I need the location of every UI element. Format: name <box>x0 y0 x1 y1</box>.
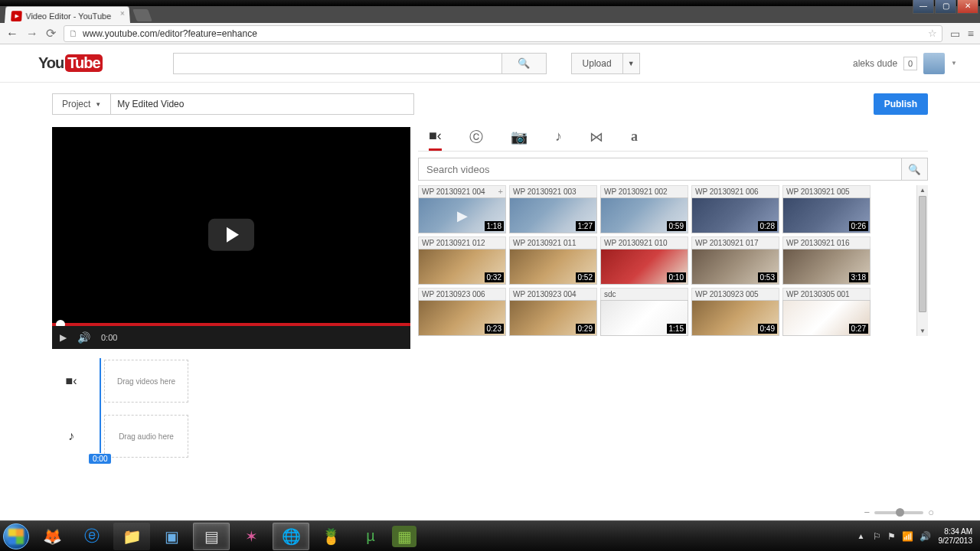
forward-button[interactable]: → <box>26 27 38 41</box>
media-item[interactable]: WP 20130921 0100:10 <box>600 236 688 285</box>
preview-controls: ▶ 🔊 0:00 <box>52 326 410 349</box>
reload-button[interactable]: ⟳ <box>46 26 56 41</box>
chrome-menu-icon[interactable]: ≡ <box>968 28 974 40</box>
start-button[interactable] <box>0 521 32 552</box>
taskbar-chrome[interactable]: 🌐 <box>273 523 309 550</box>
window-close-button[interactable]: ✕ <box>957 0 978 14</box>
media-duration: 0:23 <box>485 324 504 334</box>
thumbnail-play-icon[interactable]: ▶ <box>457 207 468 224</box>
system-tray: ▲ ⚐ ⚑ 📶 🔊 8:34 AM 9/27/2013 <box>858 527 980 546</box>
tab-close-icon[interactable]: × <box>120 9 125 18</box>
media-item[interactable]: WP 20130921 0031:27 <box>509 185 597 233</box>
tray-network-icon[interactable]: 📶 <box>902 531 913 542</box>
media-duration: 1:18 <box>485 221 504 231</box>
video-preview[interactable]: ▶ 🔊 0:00 <box>52 127 410 349</box>
media-search-input[interactable] <box>418 158 902 181</box>
tab-audio[interactable]: ♪ <box>555 129 562 149</box>
media-item[interactable]: WP 20130921 004+▶1:18 <box>418 185 506 233</box>
media-item-title: WP 20130921 012 <box>418 236 506 249</box>
volume-button[interactable]: 🔊 <box>77 331 90 344</box>
scroll-up-icon[interactable]: ▲ <box>917 185 928 195</box>
tab-cc[interactable]: ⓒ <box>469 128 483 151</box>
timeline-audio-track[interactable]: ♪ Drag audio here <box>52 413 928 459</box>
media-search: 🔍 <box>418 158 928 181</box>
scroll-down-icon[interactable]: ▼ <box>917 326 928 336</box>
publish-button[interactable]: Publish <box>874 93 928 115</box>
taskbar-ie[interactable]: ⓔ <box>74 523 110 550</box>
media-scrollbar[interactable]: ▲ ▼ <box>916 185 928 336</box>
media-item[interactable]: WP 20130923 0040:29 <box>509 288 597 336</box>
tray-volume-icon[interactable]: 🔊 <box>920 531 931 542</box>
media-item-title: sdc <box>600 288 688 300</box>
media-item[interactable]: WP 20130921 0110:52 <box>509 236 597 285</box>
media-item[interactable]: WP 20130921 0060:28 <box>691 185 779 233</box>
media-item[interactable]: WP 20130921 0163:18 <box>782 236 871 285</box>
add-clip-icon[interactable]: + <box>498 187 503 196</box>
taskbar-app-active[interactable]: ▤ <box>193 523 230 550</box>
user-menu-caret[interactable]: ▼ <box>951 60 957 67</box>
taskbar-explorer[interactable]: 📁 <box>113 523 150 550</box>
zoom-thumb[interactable] <box>896 508 904 517</box>
user-name[interactable]: aleks dude <box>853 58 897 69</box>
tray-icon-1[interactable]: ⚐ <box>873 531 881 542</box>
timeline-playhead[interactable] <box>100 358 101 453</box>
music-note-icon: ♪ <box>555 129 562 144</box>
back-button[interactable]: ← <box>6 27 18 41</box>
browser-tab-strip: Video Editor - YouTube × <box>0 6 980 23</box>
upload-button[interactable]: Upload <box>571 53 623 74</box>
media-item[interactable]: WP 20130923 0050:49 <box>691 288 779 336</box>
tray-clock[interactable]: 8:34 AM 9/27/2013 <box>939 527 973 546</box>
taskbar-firefox[interactable]: 🦊 <box>34 523 70 550</box>
media-item[interactable]: WP 20130921 0020:59 <box>600 185 688 233</box>
zoom-out-icon[interactable]: − <box>864 507 871 518</box>
play-button[interactable]: ▶ <box>60 332 67 343</box>
zoom-in-icon[interactable]: ○ <box>928 507 934 518</box>
new-tab-button[interactable] <box>132 9 152 21</box>
caret-down-icon: ▼ <box>95 101 101 108</box>
audio-drop-zone[interactable]: Drag audio here <box>104 415 188 458</box>
youtube-search-input[interactable] <box>173 53 502 74</box>
upload-caret-button[interactable]: ▼ <box>623 53 640 74</box>
media-browser: ■‹ ⓒ 📷 ♪ ⋈ a 🔍 WP 20130921 004+▶1:18WP 2… <box>418 127 928 349</box>
media-item[interactable]: WP 20130923 0060:23 <box>418 288 506 336</box>
tray-time: 8:34 AM <box>939 527 973 536</box>
media-duration: 0:28 <box>758 221 777 231</box>
project-dropdown[interactable]: Project ▼ <box>52 93 111 115</box>
media-item[interactable]: WP 20130921 0170:53 <box>691 236 779 285</box>
browser-tab-active[interactable]: Video Editor - YouTube × <box>5 6 130 23</box>
url-input[interactable] <box>83 28 928 39</box>
window-minimize-button[interactable]: — <box>913 0 934 14</box>
big-play-button[interactable] <box>208 219 254 251</box>
media-item[interactable]: WP 20130921 0050:26 <box>782 185 871 233</box>
bookmark-star-icon[interactable]: ☆ <box>928 28 937 39</box>
media-search-button[interactable]: 🔍 <box>902 158 928 181</box>
video-drop-zone[interactable]: Drag videos here <box>104 360 188 403</box>
cast-icon[interactable]: ▭ <box>950 28 960 40</box>
taskbar-utorrent[interactable]: µ <box>352 523 389 550</box>
youtube-logo[interactable]: YouTube <box>38 54 103 72</box>
project-name-input[interactable] <box>111 93 414 115</box>
taskbar-app-2[interactable]: ✶ <box>233 523 270 550</box>
tray-show-hidden-icon[interactable]: ▲ <box>858 532 865 540</box>
media-item-title: WP 20130921 004+ <box>418 185 506 197</box>
media-item[interactable]: WP 20130921 0120:32 <box>418 236 506 285</box>
media-item[interactable]: WP 20130305 0010:27 <box>782 288 871 336</box>
media-item-title: WP 20130921 002 <box>600 185 688 197</box>
tab-text[interactable]: a <box>631 129 638 149</box>
tab-videos[interactable]: ■‹ <box>429 128 442 151</box>
tab-photos[interactable]: 📷 <box>511 129 528 150</box>
window-maximize-button[interactable]: ▢ <box>935 0 956 14</box>
tab-transitions[interactable]: ⋈ <box>590 129 603 150</box>
notification-count[interactable]: 0 <box>903 57 917 70</box>
timeline-video-track[interactable]: ■‹ Drag videos here <box>52 358 928 404</box>
media-item[interactable]: sdc1:15 <box>600 288 688 336</box>
zoom-slider[interactable] <box>874 511 923 514</box>
taskbar-virtualbox[interactable]: ▣ <box>153 523 190 550</box>
media-duration: 1:27 <box>576 221 595 231</box>
tray-action-center-icon[interactable]: ⚑ <box>887 531 896 542</box>
address-bar[interactable]: 🗋 ☆ <box>64 25 942 42</box>
youtube-search-button[interactable]: 🔍 <box>502 53 547 74</box>
taskbar-app-4[interactable]: ▦ <box>392 526 416 547</box>
user-avatar[interactable] <box>923 53 945 74</box>
taskbar-app-3[interactable]: 🍍 <box>312 523 349 550</box>
